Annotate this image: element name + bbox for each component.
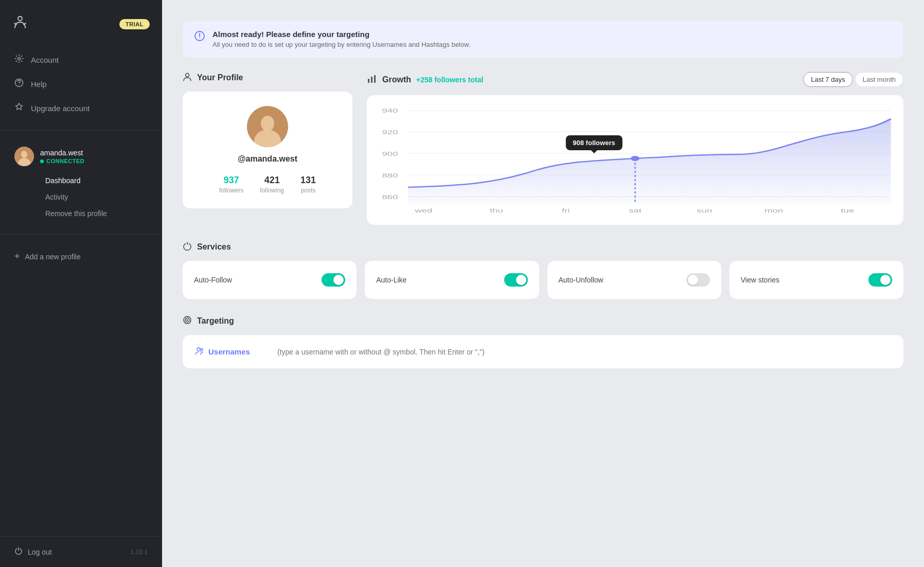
- followers-count: 937: [219, 175, 243, 186]
- profile-card: @amanda.west 937 followers 421 following…: [183, 92, 352, 208]
- alert-title: Almost ready! Please define your targeti…: [212, 30, 471, 39]
- svg-text:900: 900: [382, 151, 398, 157]
- gear-icon: [14, 54, 24, 66]
- avatar: [14, 147, 34, 166]
- profile-info: amanda.west CONNECTED: [40, 149, 148, 164]
- usernames-label: Usernames: [195, 346, 267, 357]
- sidebar-divider-2: [0, 234, 162, 235]
- person-icon: [183, 72, 192, 83]
- sidebar-item-upgrade[interactable]: Upgrade account: [0, 96, 162, 120]
- growth-header: Growth +258 followers total Last 7 days …: [367, 72, 903, 87]
- growth-title: Growth: [382, 75, 411, 84]
- svg-point-38: [201, 349, 203, 351]
- last-7-days-button[interactable]: Last 7 days: [803, 72, 853, 87]
- sidebar-divider-1: [0, 130, 162, 130]
- svg-point-8: [199, 38, 200, 39]
- svg-text:thu: thu: [490, 207, 503, 214]
- service-auto-follow: Auto-Follow: [183, 261, 357, 299]
- svg-text:sat: sat: [629, 207, 642, 214]
- svg-text:sun: sun: [697, 207, 712, 214]
- svg-point-36: [187, 320, 188, 321]
- auto-unfollow-toggle[interactable]: [686, 273, 710, 287]
- sidebar-item-account[interactable]: Account: [0, 48, 162, 72]
- trial-badge: TRIAL: [119, 19, 150, 29]
- users-icon: [195, 346, 204, 357]
- logout-button[interactable]: Log out: [14, 547, 52, 557]
- auto-follow-label: Auto-Follow: [194, 276, 232, 284]
- profile-username: @amanda.west: [238, 154, 297, 164]
- svg-text:860: 860: [382, 194, 398, 200]
- svg-point-9: [186, 74, 189, 77]
- svg-rect-15: [374, 75, 376, 83]
- chart-icon: [367, 74, 377, 86]
- svg-point-5: [21, 151, 27, 158]
- following-label: following: [260, 187, 284, 194]
- status-text: CONNECTED: [46, 158, 84, 164]
- targeting-section: Targeting Usernames: [183, 315, 903, 368]
- view-stories-toggle[interactable]: [868, 273, 892, 287]
- posts-label: posts: [300, 187, 316, 194]
- svg-text:fri: fri: [562, 207, 570, 214]
- your-profile-title: Your Profile: [183, 72, 352, 83]
- auto-like-label: Auto-Like: [376, 276, 406, 284]
- targeting-title: Targeting: [183, 315, 903, 327]
- add-profile-button[interactable]: + Add a new profile: [0, 244, 162, 269]
- account-label: Account: [31, 56, 59, 64]
- sidebar-item-dashboard[interactable]: Dashboard: [40, 172, 153, 189]
- svg-text:940: 940: [382, 108, 398, 114]
- svg-text:wed: wed: [414, 207, 432, 214]
- profile-name: amanda.west: [40, 149, 148, 157]
- svg-point-3: [19, 84, 20, 85]
- svg-text:920: 920: [382, 129, 398, 135]
- logout-label: Log out: [28, 548, 52, 556]
- sidebar-footer: Log out 1.19.1: [0, 536, 162, 567]
- sidebar-item-remove-profile[interactable]: Remove this profile: [40, 205, 153, 222]
- targeting-usernames-row: Usernames: [195, 346, 891, 357]
- sidebar-nav: Account Help Upgrade account: [0, 44, 162, 125]
- svg-rect-14: [371, 77, 372, 83]
- main-content: Almost ready! Please define your targeti…: [162, 0, 924, 567]
- svg-text:mon: mon: [765, 207, 783, 214]
- posts-count: 131: [300, 175, 316, 186]
- power-icon: [14, 547, 23, 557]
- alert-description: All you need to do is set up your target…: [212, 41, 471, 48]
- services-section: Services Auto-Follow Auto-Like Auto-Unfo…: [183, 241, 903, 299]
- services-title: Services: [183, 241, 903, 253]
- growth-card: 940 920 900 880 860: [367, 95, 903, 225]
- time-buttons: Last 7 days Last month: [803, 72, 903, 87]
- auto-like-toggle[interactable]: [504, 273, 528, 287]
- plus-icon: +: [14, 251, 20, 262]
- add-profile-label: Add a new profile: [25, 253, 81, 261]
- profile-status: CONNECTED: [40, 158, 148, 164]
- alert-text: Almost ready! Please define your targeti…: [212, 30, 471, 48]
- svg-rect-13: [368, 79, 369, 83]
- svg-point-1: [18, 58, 21, 60]
- profile-growth-row: Your Profile @amanda.west 937: [183, 72, 903, 225]
- alert-banner: Almost ready! Please define your targeti…: [183, 21, 903, 58]
- svg-point-0: [18, 16, 22, 21]
- profile-stats: 937 followers 421 following 131 posts: [219, 175, 316, 194]
- help-label: Help: [31, 80, 47, 88]
- svg-text:880: 880: [382, 172, 398, 179]
- power-services-icon: [183, 241, 192, 253]
- svg-text:tue: tue: [841, 207, 854, 214]
- your-profile-section: Your Profile @amanda.west 937: [183, 72, 352, 225]
- services-grid: Auto-Follow Auto-Like Auto-Unfollow View…: [183, 261, 903, 299]
- sidebar-header: TRIAL: [0, 0, 162, 44]
- profile-header[interactable]: amanda.west CONNECTED: [9, 143, 153, 170]
- sidebar-item-activity[interactable]: Activity: [40, 189, 153, 205]
- growth-chart: 940 920 900 880 860: [375, 103, 895, 217]
- view-stories-label: View stories: [741, 276, 779, 284]
- auto-unfollow-label: Auto-Unfollow: [559, 276, 603, 284]
- growth-title-area: Growth +258 followers total: [367, 74, 483, 86]
- auto-follow-toggle[interactable]: [322, 273, 345, 287]
- posts-stat: 131 posts: [300, 175, 316, 194]
- following-stat: 421 following: [260, 175, 284, 194]
- usernames-input[interactable]: [277, 348, 891, 356]
- svg-point-11: [261, 116, 274, 131]
- profile-sub-nav: Dashboard Activity Remove this profile: [9, 170, 153, 222]
- service-auto-like: Auto-Like: [365, 261, 539, 299]
- sidebar-item-help[interactable]: Help: [0, 72, 162, 96]
- last-month-button[interactable]: Last month: [855, 72, 903, 87]
- svg-point-37: [197, 348, 200, 351]
